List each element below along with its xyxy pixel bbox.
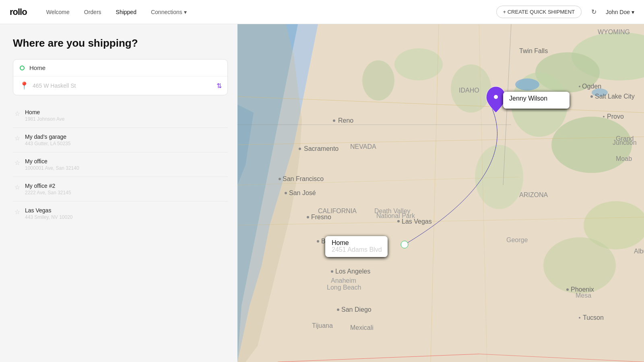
svg-point-35 [337, 309, 339, 311]
map-svg: Reno Sacramento San Francisco San José F… [237, 24, 644, 362]
from-row [13, 60, 227, 76]
pin-icon: 📍 [20, 81, 29, 90]
navbar: rollo Welcome Orders Shipped Connections… [0, 0, 644, 24]
map-panel[interactable]: Reno Sacramento San Francisco San José F… [237, 24, 644, 362]
svg-text:CALIFORNIA: CALIFORNIA [318, 208, 357, 214]
svg-text:ARIZONA: ARIZONA [519, 191, 548, 198]
svg-point-23 [299, 148, 301, 150]
svg-text:Ogden: Ogden [582, 83, 601, 90]
address-name: Las Vegas [25, 207, 226, 214]
nav-right: + CREATE QUICK SHIPMENT ↻ John Doe ▾ [496, 6, 634, 18]
svg-point-25 [279, 178, 281, 180]
star-icon: ☆ [14, 110, 20, 117]
svg-text:Moab: Moab [616, 155, 632, 162]
svg-text:National Park: National Park [376, 212, 415, 219]
address-name: My office #2 [25, 183, 226, 189]
svg-point-10 [543, 237, 616, 294]
search-box: 📍 465 W Haskell St ⇅ [13, 59, 228, 95]
nav-orders[interactable]: Orders [84, 7, 101, 17]
svg-point-29 [307, 216, 309, 218]
address-detail: 443 Gutter, LA 50235 [25, 141, 226, 146]
svg-point-7 [394, 48, 443, 80]
svg-point-40 [590, 95, 593, 98]
svg-point-42 [603, 116, 605, 117]
svg-text:IDAHO: IDAHO [459, 87, 479, 94]
nav-shipped[interactable]: Shipped [116, 7, 136, 17]
address-name: Home [25, 109, 226, 115]
svg-text:Jenny Wilson: Jenny Wilson [509, 95, 547, 102]
list-item[interactable]: ☆ My office #2 2222 Ave, San 32145 [13, 177, 228, 202]
from-dot-icon [20, 66, 25, 70]
svg-text:Reno: Reno [338, 117, 353, 124]
star-icon: ☆ [14, 159, 20, 167]
svg-text:Anaheim: Anaheim [331, 277, 356, 284]
svg-text:San José: San José [289, 189, 316, 196]
svg-text:Twin Falls: Twin Falls [519, 47, 548, 54]
panel-title: Where are you shipping? [13, 37, 228, 49]
chevron-down-icon: ▾ [632, 9, 634, 15]
left-panel: Where are you shipping? 📍 465 W Haskell … [0, 24, 237, 362]
svg-text:Mexicali: Mexicali [350, 324, 374, 331]
svg-text:Tijuana: Tijuana [312, 322, 333, 329]
chevron-down-icon: ▾ [184, 9, 187, 15]
svg-point-69 [494, 95, 498, 99]
svg-point-19 [515, 78, 539, 90]
address-detail: 443 Smiley, NV 10020 [25, 214, 226, 220]
svg-text:2451 Adams Blvd: 2451 Adams Blvd [332, 246, 382, 253]
svg-point-46 [566, 288, 569, 291]
svg-point-70 [401, 241, 408, 248]
refresh-icon[interactable]: ↻ [588, 6, 599, 18]
star-icon: ☆ [14, 134, 20, 142]
user-name: John Doe [606, 9, 630, 15]
nav-links: Welcome Orders Shipped Connections ▾ [46, 7, 496, 17]
svg-text:Salt Lake City: Salt Lake City [595, 93, 635, 100]
svg-point-33 [331, 270, 333, 273]
list-item[interactable]: ☆ Home 1981 Johnson Ave [13, 103, 228, 128]
address-list: ☆ Home 1981 Johnson Ave ☆ My dad's garag… [13, 103, 228, 226]
to-address: 465 W Haskell St [33, 82, 221, 89]
to-row: 📍 465 W Haskell St ⇅ [13, 76, 227, 95]
address-detail: 1000001 Ave, San 32140 [25, 165, 226, 171]
address-detail: 1981 Johnson Ave [25, 116, 226, 122]
star-icon: ☆ [14, 183, 20, 191]
svg-point-37 [397, 220, 400, 222]
logo: rollo [10, 7, 27, 17]
star-icon: ☆ [14, 208, 20, 216]
svg-text:Sacramento: Sacramento [304, 145, 339, 152]
svg-point-27 [285, 192, 287, 194]
address-name: My dad's garage [25, 134, 226, 140]
svg-text:Fresno: Fresno [311, 214, 331, 220]
list-item[interactable]: ☆ Las Vegas 443 Smiley, NV 10020 [13, 202, 228, 226]
svg-text:San Diego: San Diego [341, 306, 372, 313]
svg-point-8 [362, 60, 394, 101]
svg-text:Long Beach: Long Beach [327, 284, 361, 291]
svg-text:WYOMING: WYOMING [598, 29, 630, 35]
svg-text:Provo: Provo [607, 113, 624, 120]
svg-text:Mesa: Mesa [576, 292, 591, 299]
svg-point-21 [333, 119, 335, 122]
nav-welcome[interactable]: Welcome [46, 7, 70, 17]
list-item[interactable]: ☆ My dad's garage 443 Gutter, LA 50235 [13, 128, 228, 152]
svg-point-48 [579, 317, 580, 319]
svg-text:Junction: Junction [613, 139, 637, 146]
svg-text:Albuqu...: Albuqu... [634, 248, 644, 255]
svg-text:NEVADA: NEVADA [350, 143, 376, 150]
nav-connections[interactable]: Connections ▾ [151, 7, 187, 17]
address-detail: 2222 Ave, San 32145 [25, 190, 226, 195]
list-item[interactable]: ☆ My office 1000001 Ave, San 32140 [13, 152, 228, 177]
create-shipment-button[interactable]: + CREATE QUICK SHIPMENT [496, 6, 582, 18]
svg-text:Tucson: Tucson [583, 314, 604, 321]
svg-text:San Francisco: San Francisco [283, 175, 324, 182]
svg-text:Home: Home [332, 239, 349, 246]
user-menu[interactable]: John Doe ▾ [606, 9, 634, 15]
svg-point-31 [317, 240, 319, 243]
svg-point-44 [579, 86, 580, 87]
svg-text:George: George [506, 237, 528, 243]
address-name: My office [25, 158, 226, 165]
map-background: Reno Sacramento San Francisco San José F… [237, 24, 644, 362]
svg-text:Los Angeles: Los Angeles [335, 268, 370, 275]
main-layout: Where are you shipping? 📍 465 W Haskell … [0, 24, 644, 362]
swap-button[interactable]: ⇅ [217, 82, 222, 90]
from-input[interactable] [29, 64, 221, 71]
